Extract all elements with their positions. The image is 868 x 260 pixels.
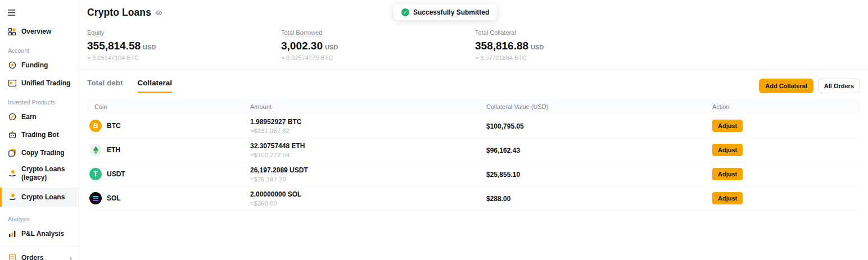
sidebar-item-trading-bot[interactable]: Trading Bot [0,128,79,142]
sidebar-section-invested-products: Invested Products [0,99,79,106]
orders-document-icon [8,254,16,260]
sidebar-item-copy-trading[interactable]: Copy Trading [0,146,79,159]
sidebar-item-label: Funding [21,61,48,69]
sidebar-section-analysis: Analysis [0,216,79,222]
tab-collateral[interactable]: Collateral [138,79,173,93]
currency-unit: USD [143,44,156,51]
stat-value: 358,816.88USD [475,40,669,52]
add-collateral-button[interactable]: Add Collateral [759,79,813,93]
eye-icon[interactable] [155,10,162,16]
adjust-button[interactable]: Adjust [712,168,743,180]
success-toast: ✓ Successfully Submitted [394,4,497,20]
bar-chart-icon [8,230,16,238]
tab-actions: Add Collateral All Orders [759,79,860,93]
sidebar-item-orders[interactable]: Orders › [0,251,79,260]
sidebar-item-label: Trading Bot [21,131,59,139]
crypto-loans-legacy-icon [8,170,16,178]
amount-usd-equivalent: ≈$360.00 [250,200,482,207]
funding-coin-icon [8,61,16,70]
amount-value: 32.30757448 ETH [250,142,482,150]
stat-value: 3,002.30USD [281,40,475,52]
sidebar-item-label: Earn [21,113,37,121]
column-header-amount: Amount [250,103,486,110]
stat-total-collateral: Total Collateral 358,816.88USD ≈ 3.07721… [475,27,669,61]
toast-message: Successfully Submitted [413,8,489,16]
collateral-table: Coin Amount Collateral Value (USD) Actio… [87,99,860,211]
stat-value: 355,814.58USD [87,40,281,52]
table-row-sol: SOL 2.00000000 SOL ≈$360.00 $288.00 Adju… [87,186,860,211]
eth-coin-icon [89,144,102,156]
chevron-right-icon: › [70,254,74,260]
sidebar-item-crypto-loans-legacy[interactable]: Crypto Loans (legacy) [0,164,79,183]
column-header-collateral-value: Collateral Value (USD) [486,103,712,110]
tab-bar: Total debt Collateral Add Collateral All… [87,79,860,93]
amount-usd-equivalent: ≈$231,987.62 [250,127,482,134]
account-stats: Equity 355,814.58USD ≈ 3.05147104 BTC To… [87,27,860,61]
adjust-button[interactable]: Adjust [712,144,743,156]
menu-toggle-button[interactable] [0,4,79,20]
sidebar-item-label: Overview [21,28,51,35]
sidebar-item-label: P&L Analysis [21,230,64,238]
check-circle-icon: ✓ [401,8,409,16]
page-title: Crypto Loans [87,7,151,19]
collateral-value: $288.00 [486,195,510,203]
stat-btc-equivalent: ≈ 3.05147104 BTC [87,54,281,61]
btc-coin-icon: B [89,120,102,132]
sidebar-item-label: Crypto Loans [21,193,65,201]
coin-name: USDT [107,170,125,178]
adjust-button[interactable]: Adjust [712,120,743,132]
coin-name: SOL [107,194,121,202]
stat-total-borrowed: Total Borrowed 3,002.30USD ≈ 0.02574779 … [281,27,475,61]
amount-usd-equivalent: ≈$100,272.04 [250,152,482,158]
coin-name: BTC [107,122,121,130]
usdt-coin-icon: T [89,168,102,180]
copy-trading-icon [8,149,16,157]
column-header-action: Action [712,103,860,110]
stat-label: Equity [87,29,105,37]
sidebar-item-label: Copy Trading [21,149,65,157]
sidebar-item-overview[interactable]: Overview [0,25,79,38]
currency-unit: USD [325,44,338,51]
sidebar-item-label: Unified Trading [21,79,70,87]
crypto-loans-page: Overview Account Funding Unified Trading… [0,0,868,260]
stat-btc-equivalent: ≈ 0.02574779 BTC [281,54,475,61]
sidebar-item-crypto-loans[interactable]: Crypto Loans [0,188,79,207]
overview-grid-icon [8,28,16,36]
section-divider [79,69,868,70]
column-header-coin: Coin [87,103,250,110]
amount-value: 26,197.2089 USDT [250,166,482,174]
sidebar-divider [0,246,79,247]
amount-value: 2.00000000 SOL [250,190,482,198]
currency-unit: USD [531,44,544,51]
collateral-value: $96,162.43 [486,147,520,154]
earn-icon [8,113,16,121]
stat-btc-equivalent: ≈ 3.07721884 BTC [475,54,669,61]
main-content: Crypto Loans Equity 355,814.58USD ≈ 3.05… [79,0,868,260]
sidebar-item-label: Crypto Loans (legacy) [21,165,74,182]
table-row-btc: B BTC 1.98952927 BTC ≈$231,987.62 $100,7… [87,114,860,138]
stat-equity: Equity 355,814.58USD ≈ 3.05147104 BTC [87,27,281,61]
trading-bot-icon [8,131,16,139]
all-orders-button[interactable]: All Orders [818,79,860,93]
table-row-usdt: T USDT 26,197.2089 USDT ≈$26,197.20 $25,… [87,162,860,186]
adjust-button[interactable]: Adjust [712,192,743,204]
sidebar-item-earn[interactable]: Earn [0,110,79,124]
table-row-eth: ETH 32.30757448 ETH ≈$100,272.04 $96,162… [87,138,860,162]
sidebar-item-label: Orders [21,254,43,260]
tab-total-debt[interactable]: Total debt [87,79,123,93]
sidebar-item-pnl-analysis[interactable]: P&L Analysis [0,227,79,240]
collateral-value: $100,795.05 [486,122,524,130]
sol-coin-icon [89,192,102,204]
sidebar-item-unified-trading[interactable]: Unified Trading [0,76,79,90]
amount-usd-equivalent: ≈$26,197.20 [250,176,482,183]
table-header-row: Coin Amount Collateral Value (USD) Actio… [87,99,860,114]
coin-name: ETH [107,146,120,154]
hamburger-icon [8,10,15,16]
stat-label: Total Collateral [475,29,516,36]
sidebar: Overview Account Funding Unified Trading… [0,0,79,260]
stat-label: Total Borrowed [281,29,322,37]
unified-trading-icon [8,79,16,88]
collateral-value: $25,855.10 [486,171,520,179]
sidebar-item-funding[interactable]: Funding [0,58,79,72]
amount-value: 1.98952927 BTC [250,118,482,126]
